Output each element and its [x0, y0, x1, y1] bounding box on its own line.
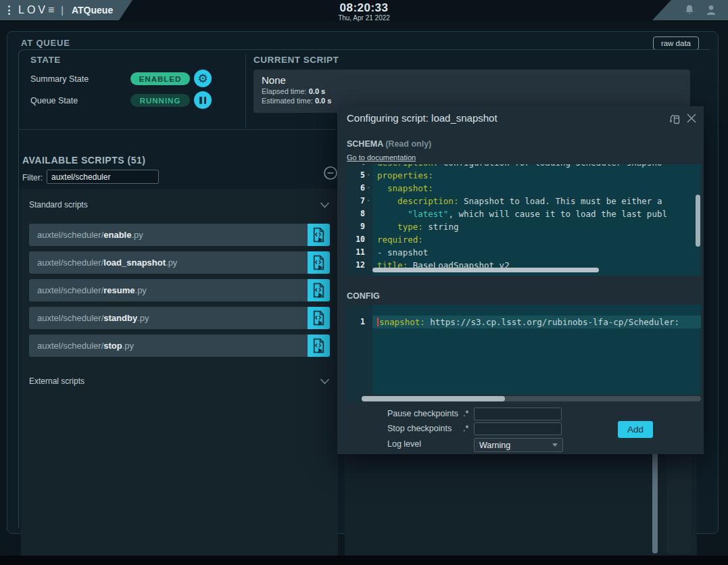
stop-checkpoints-row: Stop checkpoints .*	[337, 422, 608, 436]
estimated-time-value: 0.0 s	[315, 97, 331, 105]
pause-checkpoints-row: Pause checkpoints .*	[337, 408, 608, 421]
top-bar: LOV≡ | ATQueue 08:20:33 Thu, Apr 21 2022	[0, 0, 728, 22]
script-list-item[interactable]: auxtel/scheduler/resume.py	[29, 279, 330, 301]
stop-checkpoints-hint: .*	[463, 424, 468, 433]
schema-section-label: SCHEMA (Read only)	[347, 139, 431, 149]
script-list-item[interactable]: auxtel/scheduler/standby.py	[29, 307, 330, 329]
atqueue-app: LOV≡ | ATQueue 08:20:33 Thu, Apr 21 2022…	[0, 0, 728, 565]
script-name: stop	[103, 341, 122, 351]
script-name: standby	[103, 313, 137, 323]
elapsed-time-value: 0.0 s	[309, 87, 325, 95]
config-hscrollbar	[347, 395, 701, 402]
state-section-title: STATE	[30, 55, 61, 65]
log-level-value: Warning	[479, 441, 552, 450]
current-script-title: CURRENT SCRIPT	[253, 55, 339, 65]
standard-scripts-header[interactable]: Standard scripts	[29, 198, 330, 212]
section-divider-vertical	[245, 55, 246, 128]
log-level-select[interactable]: Warning	[474, 438, 563, 452]
chevron-down-icon	[552, 443, 558, 447]
launch-script-button[interactable]	[308, 279, 330, 301]
pause-checkpoints-hint: .*	[463, 409, 468, 418]
pause-queue-button[interactable]	[194, 91, 212, 109]
queue-state-badge: RUNNING	[130, 94, 190, 107]
log-level-row: Log level Warning	[337, 438, 608, 451]
footer-band	[0, 556, 728, 565]
script-list: auxtel/scheduler/enable.py auxtel/schedu…	[29, 224, 330, 357]
script-path: auxtel/scheduler/	[37, 341, 103, 351]
estimated-time-label: Estimated time:	[262, 97, 313, 105]
modal-title: Configuring script: load_snapshot	[347, 112, 498, 124]
launch-script-icon	[312, 282, 326, 298]
config-section-label: CONFIG	[347, 291, 380, 301]
stop-checkpoints-label: Stop checkpoints	[387, 424, 452, 433]
script-name: enable	[103, 230, 131, 240]
standard-scripts-label: Standard scripts	[29, 200, 88, 210]
external-scripts-header[interactable]: External scripts	[29, 374, 330, 388]
summary-state-badge: ENABLED	[130, 72, 190, 85]
config-editor[interactable]: 1snapshot: https://s3.cp.lsst.org/rubino…	[347, 305, 701, 395]
launch-script-icon	[312, 255, 326, 270]
page-title: AT QUEUE	[21, 38, 70, 48]
script-list-item[interactable]: auxtel/scheduler/load_snapshot.py	[29, 251, 330, 274]
script-path: auxtel/scheduler/	[37, 257, 103, 268]
config-hscrollbar-thumb[interactable]	[362, 396, 505, 401]
clock-date: Thu, Apr 21 2022	[0, 14, 728, 22]
script-extension: .py	[122, 341, 134, 351]
user-icon[interactable]	[705, 4, 717, 16]
script-path: auxtel/scheduler/	[37, 230, 103, 240]
script-path: auxtel/scheduler/	[37, 285, 103, 295]
script-list-item[interactable]: auxtel/scheduler/enable.py	[29, 224, 330, 246]
script-name: load_snapshot	[103, 257, 166, 268]
summary-state-label: Summary State	[30, 74, 89, 84]
schema-readonly-note: (Read only)	[385, 139, 431, 149]
pause-icon	[199, 97, 206, 104]
script-extension: .py	[135, 285, 147, 295]
add-button[interactable]: Add	[618, 421, 653, 438]
queue-state-label: Queue State	[30, 96, 78, 105]
documentation-link[interactable]: Go to documentation	[347, 153, 416, 162]
config-scroll-corner	[347, 395, 362, 402]
pause-checkpoints-input[interactable]	[474, 408, 562, 420]
schema-vscrollbar-thumb[interactable]	[696, 195, 700, 247]
close-button[interactable]	[686, 113, 697, 124]
pause-checkpoints-label: Pause checkpoints	[387, 409, 458, 418]
launch-script-button[interactable]	[308, 224, 330, 246]
elapsed-time-label: Elapsed time:	[262, 87, 307, 95]
script-extension: .py	[137, 313, 149, 323]
launch-script-button[interactable]	[308, 307, 330, 329]
launch-script-button[interactable]	[308, 335, 330, 357]
available-scripts-title: AVAILABLE SCRIPTS (51)	[22, 155, 145, 166]
script-list-item[interactable]: auxtel/scheduler/stop.py	[29, 335, 330, 357]
clock-time: 08:20:33	[0, 1, 728, 15]
filter-label: Filter:	[22, 173, 43, 182]
launch-script-icon	[312, 338, 326, 353]
popout-button[interactable]	[668, 113, 681, 125]
log-level-label: Log level	[387, 439, 421, 449]
close-icon	[686, 113, 697, 124]
script-extension: .py	[131, 230, 143, 240]
clock: 08:20:33 Thu, Apr 21 2022	[0, 1, 728, 22]
gear-icon: ⚙	[197, 73, 208, 84]
chevron-down-icon	[320, 202, 330, 208]
current-script-name: None	[262, 74, 682, 86]
scripts-container: Standard scripts auxtel/scheduler/enable…	[21, 189, 338, 558]
launch-script-icon	[312, 310, 326, 326]
collapse-panel-icon[interactable]	[323, 166, 338, 180]
script-path: auxtel/scheduler/	[37, 313, 103, 323]
popout-icon	[668, 113, 681, 125]
external-scripts-label: External scripts	[29, 376, 84, 386]
launch-script-icon	[312, 227, 326, 243]
script-extension: .py	[166, 257, 177, 268]
chevron-down-icon	[320, 378, 330, 385]
script-name: resume	[103, 285, 135, 295]
filter-input[interactable]	[47, 170, 159, 184]
configure-script-modal: Configuring script: load_snapshot SCHEMA…	[337, 106, 704, 454]
settings-button[interactable]: ⚙	[194, 70, 212, 87]
schema-hscrollbar-thumb[interactable]	[372, 268, 599, 272]
schema-editor[interactable]: 4description: Configuration for loading …	[347, 164, 701, 276]
launch-script-button[interactable]	[308, 251, 330, 274]
raw-data-button[interactable]: raw data	[653, 36, 699, 50]
stop-checkpoints-input[interactable]	[474, 422, 562, 435]
bell-icon[interactable]	[683, 4, 696, 16]
